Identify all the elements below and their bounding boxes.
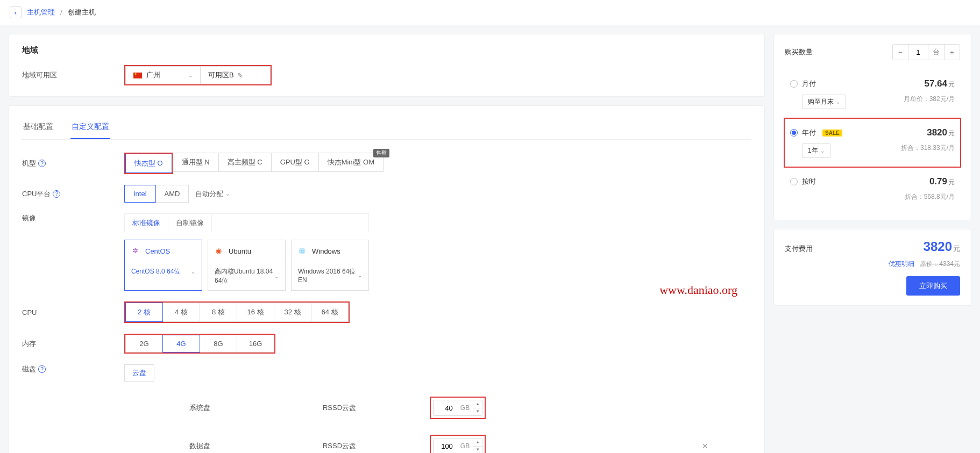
soldout-badge: 售罄 xyxy=(373,149,389,157)
mem-16g[interactable]: 16G xyxy=(237,335,274,353)
total-label: 支付费用 xyxy=(785,244,813,254)
step-up-icon[interactable]: ▲ xyxy=(473,400,482,408)
step-down-icon[interactable]: ▼ xyxy=(473,408,482,416)
config-tabs: 基础配置 自定义配置 xyxy=(22,117,751,140)
mem-4g[interactable]: 4G xyxy=(162,335,200,353)
centos-icon: ✲ xyxy=(132,247,141,255)
ubuntu-icon: ◉ xyxy=(216,247,224,255)
breadcrumb-parent[interactable]: 主机管理 xyxy=(27,8,55,17)
purchase-card: 购买数量 − 台 + 月付 57.64元 购至月末⌄ 月单价：382元/月 xyxy=(773,34,971,220)
yearly-duration[interactable]: 1年⌄ xyxy=(802,143,830,158)
disk-tab-cloud[interactable]: 云盘 xyxy=(124,364,154,382)
disk-row-sys: 系统盘 RSSD云盘 GB ▲▼ xyxy=(124,389,751,427)
region-label: 地域可用区 xyxy=(22,70,124,80)
cpu-label: CPU xyxy=(22,308,124,317)
pay-hourly[interactable]: 按时 0.79元 折合：568.8元/月 xyxy=(785,168,960,210)
model-opt-1[interactable]: 通用型 N xyxy=(173,153,219,172)
help-icon[interactable]: ? xyxy=(38,160,46,167)
data-disk-size[interactable]: GB ▲▼ xyxy=(433,438,482,453)
step-down-icon[interactable]: ▼ xyxy=(473,447,482,454)
os-windows-ver[interactable]: Windows 2016 64位 EN⌄ xyxy=(292,262,368,289)
radio-icon xyxy=(790,129,798,136)
zone-select[interactable]: 可用区B ✎ xyxy=(201,66,271,84)
flag-icon xyxy=(133,73,142,78)
tab-custom[interactable]: 自定义配置 xyxy=(70,117,110,139)
discount-detail[interactable]: 优惠明细 xyxy=(889,260,914,269)
qty-minus[interactable]: − xyxy=(893,45,908,60)
os-centos[interactable]: ✲CentOS CentOS 8.0 64位⌄ xyxy=(124,240,202,291)
mem-8g[interactable]: 8G xyxy=(200,335,237,353)
cpuplat-amd[interactable]: AMD xyxy=(155,185,189,203)
breadcrumb-sep: / xyxy=(60,9,62,17)
remove-disk-button[interactable]: ✕ xyxy=(702,442,708,450)
pay-yearly[interactable]: 年付SALE 3820元 1年⌄ 折合：318.33元/月 xyxy=(785,119,960,167)
auto-alloc[interactable]: 自动分配⌄ xyxy=(195,189,230,199)
cpu-32[interactable]: 32 核 xyxy=(274,303,311,322)
model-label: 机型 xyxy=(22,159,36,168)
os-ubuntu-ver[interactable]: 高内核Ubuntu 18.04 64位⌄ xyxy=(208,262,285,290)
breadcrumb-current: 创建主机 xyxy=(68,8,96,17)
disk-label: 磁盘 xyxy=(22,364,36,374)
chevron-down-icon: ⌄ xyxy=(188,73,193,78)
cpu-4[interactable]: 4 核 xyxy=(162,303,200,322)
qty-plus[interactable]: + xyxy=(945,45,960,60)
total-amount: 3820 xyxy=(924,239,952,254)
mem-label: 内存 xyxy=(22,339,124,349)
sys-disk-size[interactable]: GB ▲▼ xyxy=(433,400,482,416)
cpu-64[interactable]: 64 核 xyxy=(311,303,349,322)
cpu-8[interactable]: 8 核 xyxy=(200,303,237,322)
image-label: 镜像 xyxy=(22,213,124,223)
chevron-down-icon: ⌄ xyxy=(274,274,279,279)
chevron-down-icon: ⌄ xyxy=(820,148,825,154)
cpu-16[interactable]: 16 核 xyxy=(237,303,274,322)
disk-row-data: 数据盘 RSSD云盘 GB ▲▼ ✕ xyxy=(124,427,751,453)
monthly-duration[interactable]: 购至月末⌄ xyxy=(802,95,846,109)
pay-monthly[interactable]: 月付 57.64元 购至月末⌄ 月单价：382元/月 xyxy=(785,70,960,118)
cpuplat-intel[interactable]: Intel xyxy=(124,185,156,203)
config-card: 基础配置 自定义配置 机型? 快杰型 O 通用型 N 高主频型 C GPU型 G… xyxy=(9,105,765,453)
help-icon[interactable]: ? xyxy=(38,365,46,373)
model-opt-2[interactable]: 高主频型 C xyxy=(218,153,272,172)
region-select[interactable]: 广州 ⌄ xyxy=(125,66,201,84)
tab-basic[interactable]: 基础配置 xyxy=(22,117,54,139)
os-windows[interactable]: ⊞Windows Windows 2016 64位 EN⌄ xyxy=(291,240,369,291)
os-centos-ver[interactable]: CentOS 8.0 64位⌄ xyxy=(125,262,202,281)
image-tab-std[interactable]: 标准镜像 xyxy=(125,214,168,232)
chevron-down-icon: ⌄ xyxy=(358,272,362,278)
total-card: 支付费用 3820元 优惠明细 原价：4334元 立即购买 xyxy=(773,229,971,306)
qty-label: 购买数量 xyxy=(785,47,813,57)
back-button[interactable]: ‹ xyxy=(10,6,22,18)
radio-icon xyxy=(790,80,798,88)
windows-icon: ⊞ xyxy=(299,247,308,255)
model-opt-3[interactable]: GPU型 G xyxy=(271,153,319,172)
model-opt-4[interactable]: 快杰Mini型 OM售罄 xyxy=(318,153,384,172)
os-ubuntu[interactable]: ◉Ubuntu 高内核Ubuntu 18.04 64位⌄ xyxy=(208,240,286,291)
sale-badge: SALE xyxy=(822,130,842,136)
chevron-down-icon: ⌄ xyxy=(836,99,840,105)
mem-2g[interactable]: 2G xyxy=(125,335,163,353)
radio-icon xyxy=(790,178,798,185)
chevron-down-icon: ⌄ xyxy=(191,269,195,275)
breadcrumb: ‹ 主机管理 / 创建主机 xyxy=(0,0,980,25)
qty-stepper[interactable]: − 台 + xyxy=(892,44,960,60)
cpuplat-label: CPU平台 xyxy=(22,189,51,199)
cpu-2[interactable]: 2 核 xyxy=(125,303,163,322)
region-title: 地域 xyxy=(22,45,751,55)
chevron-down-icon: ⌄ xyxy=(225,191,230,197)
buy-button[interactable]: 立即购买 xyxy=(906,276,960,296)
help-icon[interactable]: ? xyxy=(53,190,60,198)
edit-icon[interactable]: ✎ xyxy=(237,71,243,80)
region-card: 地域 地域可用区 广州 ⌄ 可用区B ✎ xyxy=(9,34,765,97)
model-opt-0[interactable]: 快杰型 O xyxy=(125,154,172,173)
original-price: 原价：4334元 xyxy=(920,260,960,269)
step-up-icon[interactable]: ▲ xyxy=(473,438,482,447)
image-tab-custom[interactable]: 自制镜像 xyxy=(168,214,212,232)
